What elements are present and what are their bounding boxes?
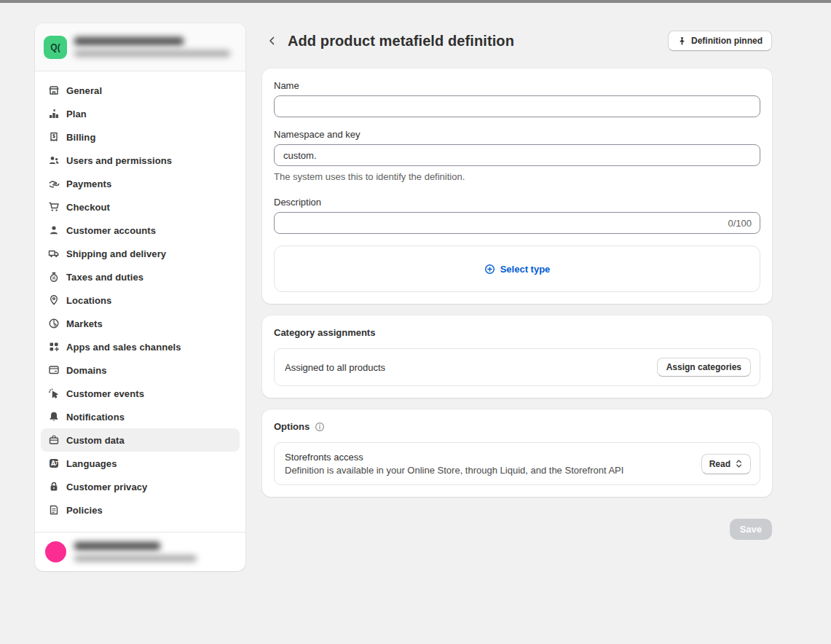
store-icon [47, 85, 60, 97]
window-top-edge [0, 0, 831, 3]
taxes-icon [47, 271, 60, 283]
namespace-key-input[interactable] [274, 144, 760, 166]
storefronts-access-row: Storefronts access Definition is availab… [274, 442, 760, 485]
cursor-click-icon [47, 388, 60, 400]
sidebar-item-checkout[interactable]: Checkout [41, 195, 240, 219]
info-icon[interactable] [315, 422, 325, 432]
store-avatar: Q( [44, 36, 67, 59]
assignment-status-text: Assigned to all products [285, 362, 385, 373]
sidebar-item-label: Markets [66, 318, 103, 329]
redacted-user-name [74, 542, 160, 550]
sidebar-item-domains[interactable]: Domains [41, 358, 240, 382]
sidebar-item-label: Languages [66, 458, 117, 469]
sidebar-item-customer-accounts[interactable]: Customer accounts [41, 219, 240, 242]
sidebar-item-taxes-duties[interactable]: Taxes and duties [41, 265, 240, 288]
settings-sidebar: Q( General Plan Billing Users and permis… [35, 23, 245, 571]
redacted-store-name [74, 37, 184, 45]
options-card: Options Storefronts access Definition is… [262, 409, 772, 497]
billing-icon [47, 131, 60, 144]
policies-icon [47, 504, 60, 517]
arrow-left-icon [265, 34, 278, 47]
store-account-header[interactable]: Q( [35, 23, 245, 71]
plus-circle-icon [484, 264, 495, 275]
name-input[interactable] [274, 95, 760, 117]
settings-nav: General Plan Billing Users and permissio… [35, 71, 245, 529]
name-label: Name [274, 80, 760, 91]
name-field-group: Name [274, 80, 760, 117]
select-type-link[interactable]: Select type [484, 264, 551, 275]
user-account-footer[interactable] [35, 532, 245, 571]
sidebar-item-label: Custom data [66, 435, 125, 446]
sidebar-item-label: Customer privacy [66, 482, 147, 492]
pin-icon [677, 36, 687, 46]
sidebar-item-payments[interactable]: Payments [41, 172, 240, 195]
sidebar-item-notifications[interactable]: Notifications [41, 405, 240, 428]
back-button[interactable] [262, 31, 281, 50]
definition-form-card: Name Namespace and key The system uses t… [262, 68, 772, 304]
sidebar-item-label: Users and permissions [66, 155, 172, 166]
custom-data-icon [47, 434, 60, 447]
sidebar-item-custom-data[interactable]: Custom data [41, 428, 240, 452]
storefronts-access-title: Storefronts access [285, 452, 623, 463]
description-label: Description [274, 197, 760, 208]
sidebar-item-label: Notifications [66, 412, 125, 423]
sidebar-item-users-permissions[interactable]: Users and permissions [41, 149, 240, 172]
page-title: Add product metafield definition [288, 33, 514, 50]
sidebar-item-markets[interactable]: $ Markets [41, 312, 240, 335]
domains-icon [47, 364, 60, 377]
sidebar-item-general[interactable]: General [41, 79, 240, 102]
sidebar-item-label: Domains [66, 365, 107, 376]
options-title: Options [274, 421, 310, 432]
sidebar-item-label: Customer events [66, 388, 144, 399]
sidebar-item-label: Customer accounts [66, 225, 156, 236]
sidebar-item-billing[interactable]: Billing [41, 125, 240, 149]
description-input[interactable] [274, 212, 760, 234]
definition-pinned-button[interactable]: Definition pinned [668, 31, 772, 51]
save-button[interactable]: Save [730, 519, 772, 540]
select-type-panel[interactable]: Select type [274, 246, 760, 292]
sidebar-item-label: Payments [66, 178, 111, 189]
user-avatar [45, 541, 66, 562]
store-account-lines [74, 37, 230, 57]
sidebar-item-languages[interactable]: A Languages [41, 452, 240, 475]
person-icon [47, 224, 60, 237]
chevron-up-down-icon [735, 459, 743, 468]
namespace-field-group: Namespace and key The system uses this t… [274, 129, 760, 182]
main-content: Add product metafield definition Definit… [262, 29, 772, 540]
sidebar-item-policies[interactable]: Policies [41, 498, 240, 522]
bell-icon [47, 411, 60, 423]
apps-icon [47, 341, 60, 353]
category-assignments-card: Category assignments Assigned to all pro… [262, 315, 772, 398]
sidebar-item-customer-privacy[interactable]: Customer privacy [41, 475, 240, 498]
select-type-label: Select type [500, 264, 551, 275]
translate-icon: A [47, 458, 60, 470]
page-header: Add product metafield definition Definit… [262, 29, 772, 52]
user-account-lines [74, 542, 197, 562]
description-field-group: Description 0/100 [274, 197, 760, 234]
sidebar-item-label: Shipping and delivery [66, 248, 166, 259]
sidebar-item-label: General [66, 85, 102, 96]
storefronts-access-select[interactable]: Read [701, 454, 751, 474]
save-row: Save [262, 519, 772, 540]
location-pin-icon [47, 294, 60, 307]
svg-text:A: A [51, 460, 56, 467]
namespace-label: Namespace and key [274, 129, 760, 140]
sidebar-item-plan[interactable]: Plan [41, 102, 240, 125]
sidebar-item-label: Locations [66, 295, 111, 306]
pinned-button-label: Definition pinned [691, 36, 763, 46]
sidebar-item-label: Apps and sales channels [66, 342, 181, 353]
redacted-user-email [74, 555, 197, 562]
lock-icon [47, 481, 60, 493]
sidebar-item-customer-events[interactable]: Customer events [41, 382, 240, 405]
sidebar-item-label: Plan [66, 109, 87, 119]
storefronts-access-text: Storefronts access Definition is availab… [285, 452, 623, 476]
sidebar-item-apps-sales-channels[interactable]: Apps and sales channels [41, 335, 240, 358]
assign-categories-button[interactable]: Assign categories [657, 358, 751, 377]
globe-icon: $ [47, 318, 60, 330]
storefronts-access-description: Definition is available in your Online S… [285, 465, 623, 476]
sidebar-item-label: Taxes and duties [66, 272, 143, 283]
cart-icon [47, 201, 60, 213]
sidebar-item-label: Policies [66, 505, 103, 516]
sidebar-item-locations[interactable]: Locations [41, 288, 240, 312]
sidebar-item-shipping-delivery[interactable]: Shipping and delivery [41, 242, 240, 265]
